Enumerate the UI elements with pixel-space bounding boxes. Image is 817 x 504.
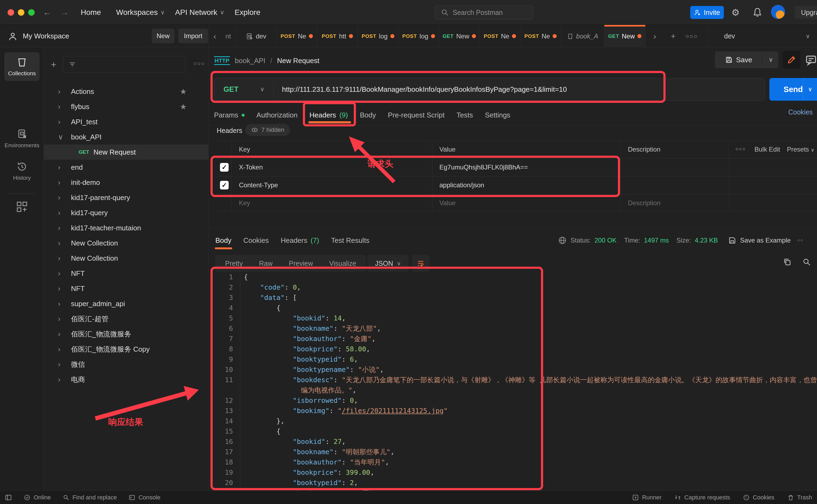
scroll-tabs-left-icon[interactable]: ‹ [209, 25, 221, 47]
minimize-window-button[interactable] [18, 9, 24, 16]
tab-options-icon[interactable]: ○○○ [682, 25, 701, 47]
favorite-star-icon[interactable]: ★ [180, 102, 186, 111]
collection-row[interactable]: › 佰医汇_物流微服务 [44, 326, 208, 342]
back-icon[interactable]: ← [43, 7, 51, 17]
collection-row[interactable]: › end [44, 160, 208, 175]
presets-dropdown[interactable]: Presets ∨ [787, 146, 814, 153]
collection-row[interactable]: ∨ book_API [44, 129, 208, 145]
nav-home[interactable]: Home [81, 8, 101, 17]
save-button[interactable]: Save [715, 51, 763, 68]
table-options-icon[interactable]: ○○○ [736, 146, 746, 152]
response-options-icon[interactable]: ○○ [797, 238, 803, 243]
response-tab[interactable]: Test Results [331, 236, 370, 245]
status-value[interactable]: 200 OK [594, 237, 617, 244]
view-option[interactable]: Raw [251, 257, 281, 270]
request-row-selected[interactable]: GET New Request [44, 145, 208, 160]
invite-button[interactable]: Invite [690, 6, 724, 19]
send-options-chevron-icon[interactable]: ∨ [803, 78, 817, 101]
nav-api-network[interactable]: API Network [175, 8, 217, 17]
format-dropdown[interactable]: JSON ∨ [367, 255, 408, 272]
forward-icon[interactable]: → [60, 7, 69, 17]
collection-row[interactable]: › 电商 [44, 372, 208, 387]
request-tab[interactable]: GET New [439, 25, 480, 47]
view-option[interactable]: Pretty [217, 257, 251, 270]
import-button[interactable]: Import [178, 29, 208, 43]
request-section-tab[interactable]: Authorization [257, 111, 298, 119]
request-tab[interactable]: POST log [358, 25, 398, 47]
avatar[interactable] [771, 5, 785, 19]
header-key-cell[interactable]: X-Token [239, 163, 263, 171]
request-tab[interactable]: POST Ne [277, 25, 317, 47]
globe-icon[interactable] [558, 236, 567, 245]
request-tab[interactable]: POST htt [317, 25, 358, 47]
save-options-chevron-icon[interactable]: ∨ [763, 51, 778, 68]
rail-history[interactable]: History [4, 161, 40, 181]
new-button[interactable]: New [152, 29, 174, 43]
toggle-sidebar-icon[interactable] [5, 494, 12, 501]
sidebar-filter-input[interactable] [63, 56, 185, 73]
environment-selector[interactable]: dev ∨ [708, 25, 817, 47]
cookies-link[interactable]: Cookies [788, 108, 813, 116]
header-key-cell[interactable]: Content-Type [239, 181, 278, 189]
add-collection-plus-icon[interactable]: + [51, 59, 56, 70]
rail-collections[interactable]: Collections [4, 52, 40, 81]
collection-row[interactable]: › super_admin_api [44, 296, 208, 311]
view-option[interactable]: Preview [281, 257, 321, 270]
settings-gear-icon[interactable]: ⚙ [731, 7, 740, 18]
collection-row[interactable]: › New Collection [44, 251, 208, 266]
tab-book-api[interactable]: book_A [561, 25, 604, 47]
request-tab[interactable]: POST Ne [480, 25, 520, 47]
collection-row[interactable]: › kid17-query [44, 205, 208, 220]
bulk-edit-button[interactable]: Bulk Edit [754, 146, 780, 153]
collection-row[interactable]: › 微信 [44, 357, 208, 372]
view-option[interactable]: Visualize [321, 257, 364, 270]
copy-icon[interactable] [783, 258, 792, 266]
hidden-headers-toggle[interactable]: 7 hidden [245, 124, 290, 136]
collection-row[interactable]: › New Collection [44, 235, 208, 251]
online-status[interactable]: Online [24, 494, 51, 501]
request-section-tab[interactable]: Body [360, 111, 376, 119]
header-value-cell[interactable]: application/json [439, 181, 484, 189]
cookies-button[interactable]: Cookies [743, 494, 774, 501]
trash-button[interactable]: Trash [787, 494, 812, 501]
method-select[interactable]: GET ∨ [214, 81, 274, 97]
new-tab-plus-icon[interactable]: + [664, 25, 682, 47]
find-and-replace[interactable]: Find and replace [63, 494, 117, 501]
upgrade-button[interactable]: Upgrade [795, 6, 817, 19]
value-placeholder[interactable]: Value [439, 199, 456, 207]
url-input[interactable]: http://111.231.6.117:9111/BookManager/bo… [274, 85, 567, 94]
time-value[interactable]: 1497 ms [644, 237, 669, 244]
maximize-window-button[interactable] [28, 9, 35, 16]
capture-requests-button[interactable]: Capture requests [675, 494, 730, 501]
tab-environment-dev[interactable]: dev [236, 25, 277, 47]
collection-row[interactable]: › 佰医汇_物流微服务 Copy [44, 342, 208, 357]
blocks-grid-icon[interactable] [16, 201, 28, 213]
wrap-lines-button[interactable] [412, 255, 429, 272]
collection-row[interactable]: › init-demo [44, 175, 208, 190]
global-search-input[interactable]: Search Postman [434, 5, 533, 19]
size-value[interactable]: 4.23 KB [695, 237, 718, 244]
rail-environments[interactable]: Environments [4, 129, 40, 149]
sidebar-options-icon[interactable]: ○○○ [193, 60, 205, 67]
collection-row[interactable]: › 佰医汇-超管 [44, 311, 208, 326]
runner-button[interactable]: Runner [632, 494, 662, 501]
workspace-title[interactable]: My Workspace [23, 32, 69, 40]
edit-pencil-button[interactable] [783, 51, 800, 69]
favorite-star-icon[interactable]: ★ [180, 87, 186, 96]
request-section-tab[interactable]: Params [214, 111, 245, 119]
nav-explore[interactable]: Explore [235, 8, 260, 17]
row-checkbox[interactable]: ✓ [220, 181, 229, 189]
row-checkbox[interactable]: ✓ [220, 163, 229, 172]
collection-row[interactable]: › kid17-teacher-mutaion [44, 220, 208, 235]
nav-workspaces[interactable]: Workspaces [116, 8, 158, 17]
response-tab[interactable]: Cookies [243, 236, 269, 245]
response-body-editor[interactable]: 1{ 2 "code": 0, 3 "data": [ 4 { 5 "booki… [214, 272, 813, 498]
comment-icon[interactable] [805, 54, 817, 66]
tab-active-get-new[interactable]: GET New [604, 25, 646, 47]
description-placeholder[interactable]: Description [628, 199, 661, 207]
key-placeholder[interactable]: Key [239, 199, 250, 207]
header-value-cell[interactable]: Eg7umuQhsjh8JFLK0j8BhA== [439, 163, 528, 171]
request-section-tab[interactable]: Settings [485, 111, 510, 119]
tab-partial[interactable]: nt [221, 25, 236, 47]
save-as-example-button[interactable]: Save as Example [740, 237, 791, 244]
